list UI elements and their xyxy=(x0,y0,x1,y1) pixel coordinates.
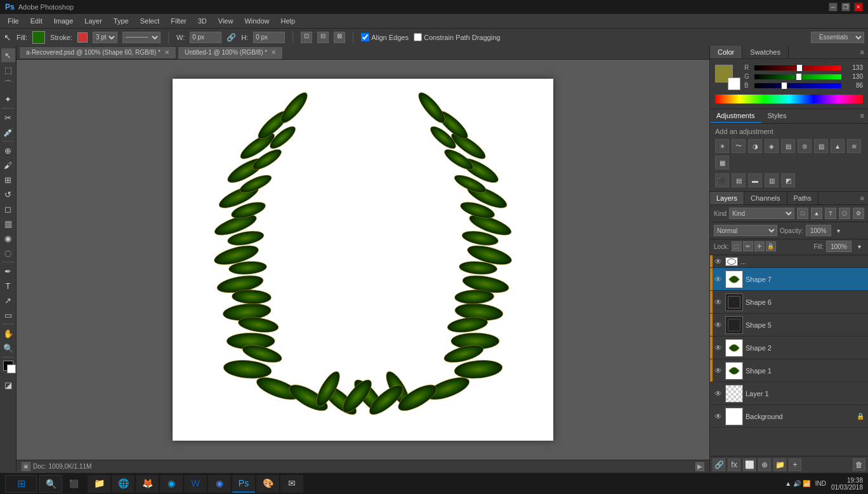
zoom-tool[interactable]: 🔍 xyxy=(1,341,15,355)
dodge-tool[interactable]: ◌ xyxy=(1,246,15,260)
adj-threshold[interactable]: ▬ xyxy=(748,173,762,187)
delete-layer-btn[interactable]: 🗑 xyxy=(853,458,865,471)
hand-tool[interactable]: ✋ xyxy=(1,326,15,340)
lock-transparent[interactable]: ⬚ xyxy=(732,241,742,251)
essentials-select[interactable]: Essentials xyxy=(811,32,864,43)
path-selection-tool[interactable]: ↗ xyxy=(1,293,15,307)
move-tool[interactable]: ↖ xyxy=(1,48,15,62)
menu-type[interactable]: Type xyxy=(109,16,134,26)
filter-kind-select[interactable]: Kind xyxy=(729,208,794,219)
color-panel-collapse[interactable]: ≡ xyxy=(857,46,868,58)
layers-collapse[interactable]: ≡ xyxy=(857,192,868,204)
opacity-arrow[interactable]: ▾ xyxy=(834,225,844,236)
layer-eye-shape2[interactable]: 👁 xyxy=(714,344,723,352)
tab-recovered-close[interactable]: ✕ xyxy=(164,49,169,56)
lock-position[interactable]: ✛ xyxy=(754,241,765,251)
menu-3d[interactable]: 3D xyxy=(193,16,212,26)
history-tool[interactable]: ↺ xyxy=(1,187,15,201)
add-group-btn[interactable]: 📁 xyxy=(773,458,786,471)
layer-item-shape5[interactable]: 👁 Shape 5 xyxy=(710,314,868,337)
adj-brightness[interactable]: ☀ xyxy=(715,139,729,153)
status-arrow[interactable]: ▶ xyxy=(695,462,704,471)
adj-curves[interactable]: 〜 xyxy=(732,139,746,153)
layer-item-shape1[interactable]: 👁 Shape 1 xyxy=(710,359,868,382)
layer-fx-btn[interactable]: fx xyxy=(728,458,740,471)
type-tool[interactable]: T xyxy=(1,279,15,293)
layer-item-shape6[interactable]: 👁 Shape 6 xyxy=(710,291,868,314)
adj-gradient-map[interactable]: ▥ xyxy=(765,173,779,187)
quick-mask-toggle[interactable]: ◪ xyxy=(1,378,15,392)
taskbar-app-mail[interactable]: ✉ xyxy=(280,475,303,493)
layer-item-shape2[interactable]: 👁 Shape 2 xyxy=(710,337,868,359)
align-btn2[interactable]: ⊟ xyxy=(317,32,329,43)
lasso-tool[interactable]: ⌒ xyxy=(1,77,15,91)
adj-vibrance[interactable]: ◈ xyxy=(765,139,779,153)
filter-adj[interactable]: ▲ xyxy=(811,208,822,219)
blend-mode-select[interactable]: Normal xyxy=(714,225,777,236)
align-edges-check[interactable] xyxy=(361,33,369,41)
adj-exposure[interactable]: ◑ xyxy=(748,139,762,153)
magic-wand-tool[interactable]: ✦ xyxy=(1,92,15,106)
taskbar-app-photoshop[interactable]: Ps xyxy=(232,475,255,493)
lock-all[interactable]: 🔒 xyxy=(766,241,776,251)
b-slider[interactable] xyxy=(754,83,841,88)
tab-untitled[interactable]: Untitled-1 @ 100% (RGB/8) * ✕ xyxy=(178,46,283,59)
layer-eye-shape5[interactable]: 👁 xyxy=(714,321,723,330)
taskbar-app-word[interactable]: W xyxy=(184,475,207,493)
g-slider[interactable] xyxy=(754,74,841,79)
shape-tool[interactable]: ▭ xyxy=(1,308,15,322)
eraser-tool[interactable]: ◻ xyxy=(1,202,15,216)
stroke-style-select[interactable]: ───── xyxy=(122,32,161,43)
menu-window[interactable]: Window xyxy=(239,16,274,26)
menu-layer[interactable]: Layer xyxy=(79,16,107,26)
layer-eye-shape1[interactable]: 👁 xyxy=(714,366,723,375)
layer-item-top-partial[interactable]: 👁 ... xyxy=(710,255,868,268)
opacity-input[interactable] xyxy=(806,225,831,236)
stroke-swatch[interactable] xyxy=(77,32,88,43)
tab-channels[interactable]: Channels xyxy=(744,192,787,204)
blur-tool[interactable]: ◉ xyxy=(1,231,15,245)
clock[interactable]: 19:38 01/03/2018 xyxy=(831,477,863,491)
r-thumb[interactable] xyxy=(796,64,803,72)
healing-tool[interactable]: ⊕ xyxy=(1,144,15,157)
link-layers-btn[interactable]: 🔗 xyxy=(713,458,725,471)
adj-channel-mixer[interactable]: ≋ xyxy=(847,139,861,153)
clone-tool[interactable]: ⊞ xyxy=(1,173,15,187)
taskbar-app-edge[interactable]: ◉ xyxy=(160,475,183,493)
taskbar-app-chrome[interactable]: ◉ xyxy=(208,475,231,493)
layer-thumbnail-btn[interactable]: ▣ xyxy=(22,462,30,471)
layer-item-background[interactable]: 👁 Background 🔒 xyxy=(710,405,868,428)
menu-view[interactable]: View xyxy=(213,16,239,26)
menu-help[interactable]: Help xyxy=(276,16,301,26)
adj-selective-color[interactable]: ◩ xyxy=(781,173,795,187)
eyedropper-tool[interactable]: 💉 xyxy=(1,125,15,139)
layer-eye-layer1[interactable]: 👁 xyxy=(714,389,723,398)
taskbar-app-ie[interactable]: 🌐 xyxy=(112,475,135,493)
minimize-button[interactable]: ─ xyxy=(829,3,838,11)
layer-item-layer1[interactable]: 👁 Layer 1 xyxy=(710,382,868,405)
fill-arrow[interactable]: ▾ xyxy=(854,241,864,251)
width-input[interactable] xyxy=(190,32,221,43)
crop-tool[interactable]: ✂ xyxy=(1,110,15,124)
brush-tool[interactable]: 🖌 xyxy=(1,158,15,172)
taskbar-app-firefox[interactable]: 🦊 xyxy=(136,475,159,493)
color-spectrum[interactable] xyxy=(715,95,863,103)
lock-pixel[interactable]: ✏ xyxy=(743,241,753,251)
align-btn1[interactable]: ⊡ xyxy=(301,32,312,43)
fill-swatch[interactable] xyxy=(32,31,45,44)
pen-tool[interactable]: ✒ xyxy=(1,264,15,278)
filter-smart[interactable]: ⚙ xyxy=(853,208,864,219)
adj-photo-filter[interactable]: ▲ xyxy=(831,139,845,153)
constrain-check[interactable] xyxy=(414,33,422,41)
layer-eye-shape7[interactable]: 👁 xyxy=(714,275,723,284)
menu-filter[interactable]: Filter xyxy=(166,16,191,26)
filter-shape[interactable]: ⬡ xyxy=(839,208,850,219)
gradient-tool[interactable]: ▥ xyxy=(1,217,15,230)
g-thumb[interactable] xyxy=(796,73,802,81)
taskbar-app-paint[interactable]: 🎨 xyxy=(256,475,279,493)
tab-layers[interactable]: Layers xyxy=(710,192,744,204)
close-button[interactable]: ✕ xyxy=(854,3,863,11)
background-color-swatch[interactable] xyxy=(728,77,740,90)
marquee-tool[interactable]: ⬚ xyxy=(1,63,15,77)
height-input[interactable] xyxy=(253,32,285,43)
